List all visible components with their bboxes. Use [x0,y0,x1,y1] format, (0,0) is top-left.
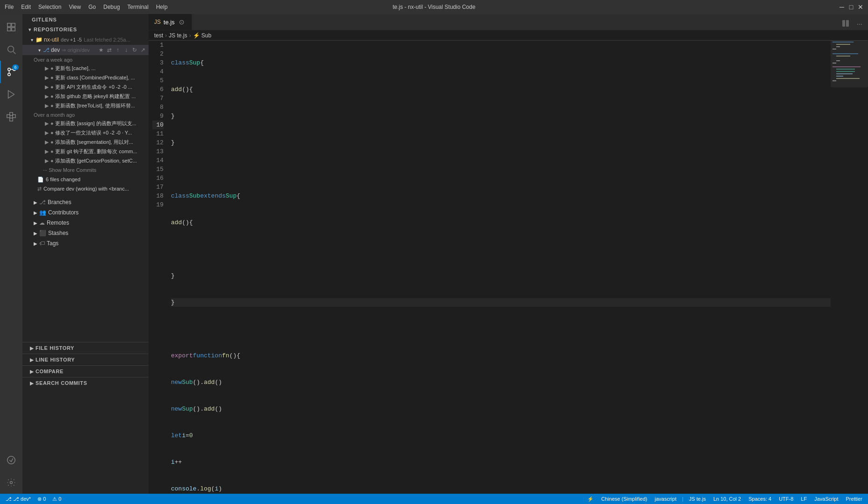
branches-chevron: ▶ [32,199,39,206]
branches-icon: ⎇ [39,199,46,206]
compare-header[interactable]: ▶ COMPARE [22,366,149,377]
contributors-section[interactable]: ▶ 👥 Contributors [22,207,149,218]
tags-icon: 🏷 [39,240,45,247]
pull-btn[interactable]: ↓ [122,46,130,54]
status-encoding[interactable]: Chinese (Simplified) [599,494,649,504]
errors-label: ⊗ 0 [37,496,46,502]
breadcrumb-test: test [154,32,163,39]
compare-row[interactable]: ⇄ Compare dev (working) with <branc... [22,184,149,193]
more-actions-btn[interactable]: ··· [853,17,866,30]
svg-point-8 [8,68,11,71]
menu-go[interactable]: Go [88,4,96,10]
code-editor[interactable]: 1 2 3 4 5 6 7 8 9 10 11 12 13 14 15 16 1… [149,41,868,494]
activity-settings[interactable] [0,471,22,494]
commit-label: 更新 API 文档生成命令 +0 -2 -0 ... [55,84,132,91]
commit-icon: ● [50,103,54,108]
show-more-commits[interactable]: ··· Show More Commits [22,165,149,175]
repositories-header[interactable]: ▾ REPOSITORIES [22,24,149,35]
status-errors[interactable]: ⊗ 0 [36,494,48,504]
menu-selection[interactable]: Selection [38,4,61,10]
search-commits-header[interactable]: ▶ SEARCH COMMITS [22,377,149,389]
star-btn[interactable]: ★ [97,46,105,54]
window-controls[interactable]: ─ □ ✕ [839,4,863,10]
minimize-button[interactable]: ─ [839,4,845,10]
menu-terminal[interactable]: Terminal [128,4,149,10]
branches-section[interactable]: ▶ ⎇ Branches [22,197,149,207]
tags-label: Tags [47,240,58,247]
repo-item[interactable]: ▾ 📁 nx-util dev +1 -5 Last fetched 2:25a… [22,35,149,45]
menu-file[interactable]: File [5,4,14,10]
menu-help[interactable]: Help [156,4,168,10]
status-lang-mode[interactable]: javascript [653,494,678,504]
code-line-15: let i = 0 [171,431,831,440]
split-editor-btn[interactable] [839,17,852,30]
status-right: ⚡ Chinese (Simplified) javascript | JS t… [585,494,864,504]
status-encoding2[interactable]: UTF-8 [777,494,795,504]
tab-bar: JS te.js ⊙ ··· [149,14,868,30]
commit-item[interactable]: ▶ ● 更新函数 [treeToList], 使用循环替... [22,101,149,110]
code-content[interactable]: class Sup { add() { } } class Sub extend… [167,41,831,494]
time-group-1: Over a week ago [22,55,149,64]
branch-dev[interactable]: ▾ ⎇ dev ⇒ origin/dev ★ ⇄ ↑ ↓ ↻ ↗ [22,45,149,55]
svg-rect-2 [7,28,11,31]
status-file-type[interactable]: JS te.js [687,494,708,504]
commit-item[interactable]: ▶ ● 更新包 [cache], ... [22,64,149,73]
svg-point-14 [7,456,15,464]
editor-area: JS te.js ⊙ ··· test › JS te.js › ⚡ Sub 1 [149,14,868,494]
remotes-section[interactable]: ▶ ☁ Remotes [22,218,149,228]
activity-explorer[interactable] [0,16,22,38]
svg-marker-9 [8,91,14,99]
commit-item[interactable]: ▶ ● 修改了一些文法错误 +0 -2 -0 · Y... [22,128,149,137]
commit-item[interactable]: ▶ ● 更新 API 文档生成命令 +0 -2 -0 ... [22,82,149,92]
branch-label: ⎇ dev* [13,496,31,502]
status-formatter[interactable]: Prettier [844,494,864,504]
open-btn[interactable]: ↗ [139,46,147,54]
activity-source-control[interactable]: 6 [0,61,22,83]
activity-debug[interactable] [0,83,22,106]
activity-extensions[interactable] [0,106,22,128]
code-line-10: } [171,298,831,307]
commit-item[interactable]: ▶ ● 更新 git 钩子配置, 删除每次 comm... [22,147,149,156]
commit-chevron: ▶ [45,139,49,145]
status-branch[interactable]: ⎇ ⎇ dev* [4,494,33,504]
code-line-4: } [171,138,831,147]
fetch-btn[interactable]: ↻ [131,46,138,54]
tags-section[interactable]: ▶ 🏷 Tags [22,238,149,248]
tab-close-btn[interactable]: ⊙ [178,18,186,26]
files-changed-label: 6 files changed [46,177,80,182]
files-changed[interactable]: 📄 6 files changed [22,175,149,184]
status-encoding-icon[interactable]: ⚡ [585,494,596,504]
menu-debug[interactable]: Debug [103,4,120,10]
titlebar-menu[interactable]: File Edit Selection View Go Debug Termin… [5,4,168,10]
commit-item[interactable]: ▶ ● 添加函数 [segmentation], 用以对... [22,137,149,147]
status-bar: ⎇ ⎇ dev* ⊗ 0 ⚠ 0 ⚡ Chinese (Simplified) … [0,494,868,504]
file-history-header[interactable]: ▶ FILE HISTORY [22,342,149,354]
commit-item[interactable]: ▶ ● 添加函数 [getCursorPosition, setC... [22,156,149,165]
compare-btn[interactable]: ⇄ [106,46,113,54]
maximize-button[interactable]: □ [848,4,854,10]
compare-panel: ▶ COMPARE [22,365,149,377]
line-history-header[interactable]: ▶ LINE HISTORY [22,354,149,365]
status-language[interactable]: JavaScript [812,494,840,504]
menu-view[interactable]: View [69,4,81,10]
activity-search[interactable] [0,38,22,61]
compare-label: Compare dev (working) with <branc... [43,186,129,192]
code-line-16: i++ [171,458,831,467]
commit-label: 更新 git 钩子配置, 删除每次 comm... [55,148,137,155]
close-button[interactable]: ✕ [858,4,863,10]
push-btn[interactable]: ↑ [114,46,121,54]
commit-item[interactable]: ▶ ● 更新 class [CombinedPredicate], ... [22,73,149,82]
status-eol[interactable]: LF [799,494,809,504]
main-layout: 6 GITLENS ▾ REPOSITORIES ▾ 📁 [0,14,868,494]
commit-item[interactable]: ▶ ● 添加 github 忽略 jekeyll 构建配置 ... [22,92,149,101]
activity-gitlens[interactable] [0,449,22,471]
file-type-label: JS te.js [689,496,706,502]
tab-te-js[interactable]: JS te.js ⊙ [149,14,192,30]
commit-chevron: ▶ [45,84,49,90]
stashes-section[interactable]: ▶ ⬛ Stashes [22,228,149,238]
status-spaces[interactable]: Spaces: 4 [747,494,773,504]
menu-edit[interactable]: Edit [21,4,31,10]
status-warnings[interactable]: ⚠ 0 [50,494,63,504]
status-ln-col[interactable]: Ln 10, Col 2 [711,494,743,504]
commit-item[interactable]: ▶ ● 更新函数 [assign] 的函数声明以支... [22,119,149,128]
